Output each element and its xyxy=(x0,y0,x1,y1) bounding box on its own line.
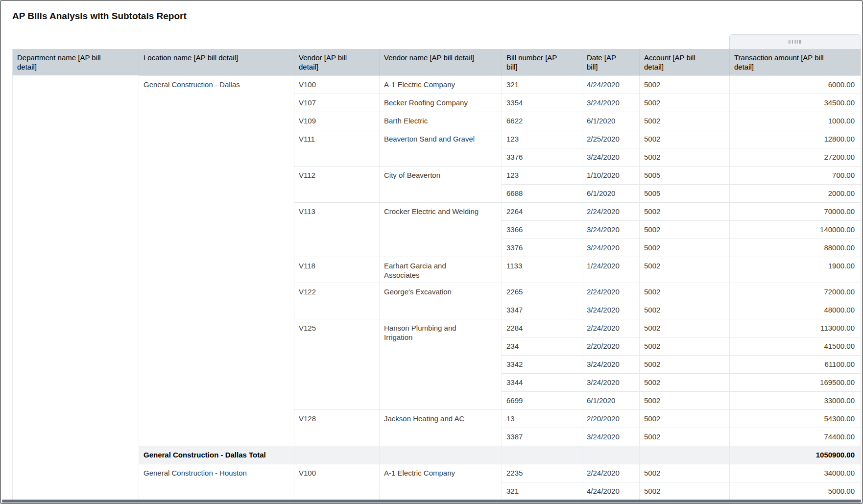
cell-transaction-amount: 41500.00 xyxy=(730,337,861,355)
cell-bill-number: 3347 xyxy=(502,301,582,319)
cell-transaction-amount: 72000.00 xyxy=(730,283,861,301)
cell-bill-date: 3/24/2020 xyxy=(582,94,640,112)
cell-vendor-code: V113 xyxy=(294,202,380,257)
cell-bill-date: 4/24/2020 xyxy=(582,482,640,500)
cell-vendor-code: V109 xyxy=(294,112,380,130)
cell-vendor-code: V100 xyxy=(294,75,380,94)
cell-bill-number: 3342 xyxy=(502,355,582,373)
cell-bill-date: 6/1/2020 xyxy=(582,391,640,409)
cell-vendor-code: V128 xyxy=(294,409,380,446)
cell-transaction-amount: 34000.00 xyxy=(730,464,861,482)
cell-bill-number: 2235 xyxy=(502,464,582,482)
cell-vendor-code: V112 xyxy=(294,166,380,202)
cell-department-name xyxy=(13,75,139,500)
cell-transaction-amount: 70000.00 xyxy=(730,202,861,220)
cell-account: 5002 xyxy=(640,409,730,428)
ap-bills-table: Department name [AP bill detail]Location… xyxy=(12,49,861,500)
horizontal-scrollbar[interactable] xyxy=(2,500,861,503)
subtotal-label: General Construction - Dallas Total xyxy=(139,446,294,464)
cell-bill-number: 6688 xyxy=(502,184,582,202)
cell-vendor-code: V118 xyxy=(294,257,380,283)
column-header-5: Date [AP bill] xyxy=(582,49,640,75)
cell-bill-date: 3/24/2020 xyxy=(582,239,640,257)
cell-transaction-amount: 2000.00 xyxy=(730,184,861,202)
cell-transaction-amount: 1000.00 xyxy=(730,112,861,130)
cell-bill-date: 4/24/2020 xyxy=(582,75,640,94)
cell-vendor-name: Hanson Plumbing and Irrigation xyxy=(380,319,502,409)
report-title: AP Bills Analysis with Subtotals Report xyxy=(1,1,862,24)
cell-transaction-amount: 61100.00 xyxy=(730,355,861,373)
cell-account: 5002 xyxy=(640,257,730,283)
cell-bill-number: 2284 xyxy=(502,319,582,337)
cell-account: 5002 xyxy=(640,220,730,239)
cell-account: 5002 xyxy=(640,337,730,355)
subtotal-empty-bill xyxy=(502,446,582,464)
cell-transaction-amount: 700.00 xyxy=(730,166,861,184)
cell-transaction-amount: 74400.00 xyxy=(730,428,861,446)
cell-bill-number: 3387 xyxy=(502,428,582,446)
cell-bill-date: 1/24/2020 xyxy=(582,257,640,283)
cell-account: 5002 xyxy=(640,391,730,409)
cell-transaction-amount: 33000.00 xyxy=(730,391,861,409)
cell-bill-number: 321 xyxy=(502,75,582,94)
column-drag-handle[interactable] xyxy=(729,34,861,49)
cell-bill-number: 3344 xyxy=(502,373,582,391)
cell-account: 5002 xyxy=(640,75,730,94)
column-header-4: Bill number [AP bill] xyxy=(502,49,582,75)
cell-bill-number: 13 xyxy=(502,409,582,428)
cell-transaction-amount: 169500.00 xyxy=(730,373,861,391)
report-area: Department name [AP bill detail]Location… xyxy=(12,24,861,500)
cell-transaction-amount: 6000.00 xyxy=(730,75,861,94)
cell-transaction-amount: 140000.00 xyxy=(730,220,861,239)
cell-bill-number: 123 xyxy=(502,130,582,148)
cell-vendor-code: V125 xyxy=(294,319,380,409)
cell-bill-date: 2/20/2020 xyxy=(582,337,640,355)
cell-transaction-amount: 27200.00 xyxy=(730,148,861,166)
cell-account: 5002 xyxy=(640,283,730,301)
cell-bill-number: 2265 xyxy=(502,283,582,301)
cell-bill-number: 321 xyxy=(502,482,582,500)
cell-transaction-amount: 12800.00 xyxy=(730,130,861,148)
cell-account: 5002 xyxy=(640,464,730,482)
subtotal-amount: 1050900.00 xyxy=(730,446,861,464)
cell-bill-number: 1133 xyxy=(502,257,582,283)
cell-account: 5002 xyxy=(640,355,730,373)
report-window: AP Bills Analysis with Subtotals Report … xyxy=(0,0,863,504)
cell-transaction-amount: 1900.00 xyxy=(730,257,861,283)
cell-transaction-amount: 54300.00 xyxy=(730,409,861,428)
cell-account: 5002 xyxy=(640,319,730,337)
cell-bill-date: 3/24/2020 xyxy=(582,220,640,239)
subtotal-row: General Construction - Dallas Total10509… xyxy=(13,446,861,464)
cell-account: 5002 xyxy=(640,239,730,257)
cell-vendor-name: George's Excavation xyxy=(380,283,502,319)
cell-bill-number: 234 xyxy=(502,337,582,355)
cell-vendor-name: Crocker Electric and Welding xyxy=(380,202,502,257)
cell-account: 5002 xyxy=(640,148,730,166)
cell-bill-number: 6699 xyxy=(502,391,582,409)
cell-account: 5002 xyxy=(640,112,730,130)
cell-transaction-amount: 34500.00 xyxy=(730,94,861,112)
subtotal-empty-date xyxy=(582,446,640,464)
cell-bill-date: 3/24/2020 xyxy=(582,355,640,373)
cell-transaction-amount: 48000.00 xyxy=(730,301,861,319)
cell-account: 5002 xyxy=(640,482,730,500)
column-header-7: Transaction amount [AP bill detail] xyxy=(730,49,861,75)
bill-row: General Construction - HoustonV100A-1 El… xyxy=(13,464,861,482)
cell-bill-number: 3376 xyxy=(502,239,582,257)
cell-vendor-name: Earhart Garcia and Associates xyxy=(380,257,502,283)
cell-vendor-code: V122 xyxy=(294,283,380,319)
cell-vendor-name: City of Beaverton xyxy=(380,166,502,202)
cell-location-name: General Construction - Houston xyxy=(139,464,294,500)
grip-icon xyxy=(789,40,802,44)
subtotal-empty-vendor-name xyxy=(380,446,502,464)
column-header-2: Vendor [AP bill detail] xyxy=(294,49,380,75)
cell-bill-date: 6/1/2020 xyxy=(582,184,640,202)
cell-vendor-name: Barth Electric xyxy=(380,112,502,130)
cell-bill-date: 3/24/2020 xyxy=(582,148,640,166)
cell-vendor-name: Jackson Heating and AC xyxy=(380,409,502,446)
cell-bill-date: 2/24/2020 xyxy=(582,464,640,482)
table-header-row: Department name [AP bill detail]Location… xyxy=(13,49,861,75)
cell-transaction-amount: 113000.00 xyxy=(730,319,861,337)
cell-bill-date: 2/24/2020 xyxy=(582,319,640,337)
cell-account: 5002 xyxy=(640,301,730,319)
